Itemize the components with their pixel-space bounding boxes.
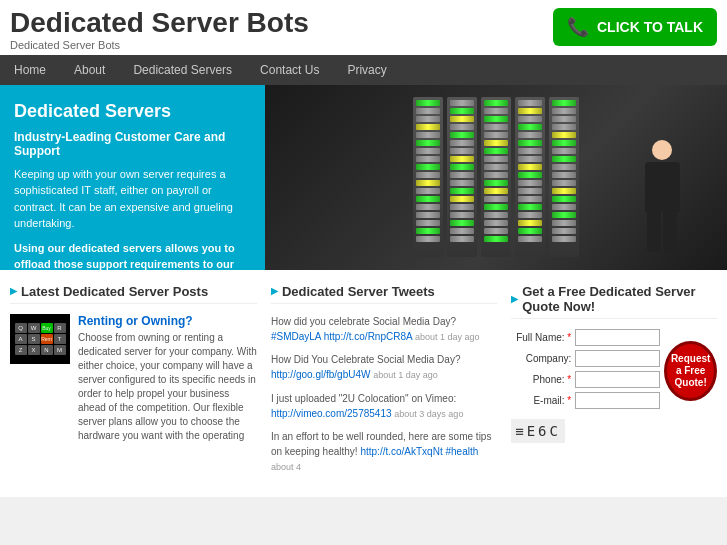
- hero-title: Dedicated Servers: [14, 101, 251, 122]
- key-s: S: [28, 334, 40, 344]
- fullname-row: Full Name: *: [511, 329, 660, 346]
- hero-subtitle: Industry-Leading Customer Care and Suppo…: [14, 130, 251, 158]
- key-z: Z: [15, 345, 27, 355]
- phone-required: *: [567, 374, 571, 385]
- click-to-talk-button[interactable]: 📞 CLICK TO TALK: [553, 8, 717, 46]
- phone-row: Phone: *: [511, 371, 660, 388]
- tweet-1-meta: about 1 day ago: [415, 332, 480, 342]
- post-thumbnail: Q W Buy R A S Rent T Z X N M: [10, 314, 70, 364]
- phone-label: Phone: *: [511, 374, 571, 385]
- tweet-3-meta: about 3 days ago: [394, 409, 463, 419]
- hero-body1: Keeping up with your own server requires…: [14, 166, 251, 232]
- rack-1: [413, 97, 443, 257]
- post-content: Renting or Owning? Choose from owning or…: [78, 314, 257, 443]
- key-t: T: [54, 334, 66, 344]
- key-r: R: [54, 323, 66, 333]
- cta-label: CLICK TO TALK: [597, 19, 703, 35]
- company-row: Company:: [511, 350, 660, 367]
- tweet-1-text: How did you celebrate Social Media Day?: [271, 316, 456, 327]
- hero-image-panel: [265, 85, 727, 270]
- tweet-2-text: How Did You Celebrate Social Media Day?: [271, 354, 461, 365]
- hero-section: Dedicated Servers Industry-Leading Custo…: [0, 85, 727, 270]
- quote-column: Get a Free Dedicated Server Quote Now! F…: [511, 284, 717, 483]
- server-image: [265, 85, 727, 270]
- tweet-2-link[interactable]: http://goo.gl/fb/gbU4W: [271, 369, 371, 380]
- key-n: N: [41, 345, 53, 355]
- request-quote-button[interactable]: Request a Free Quote!: [664, 341, 717, 401]
- hero-text-panel: Dedicated Servers Industry-Leading Custo…: [0, 85, 265, 270]
- main-nav: Home About Dedicated Servers Contact Us …: [0, 55, 727, 85]
- rack-5: [549, 97, 579, 257]
- company-label: Company:: [511, 353, 571, 364]
- tweet-3: I just uploaded "2U Colocation" on Vimeo…: [271, 391, 497, 422]
- tweet-4-link[interactable]: http://t.co/AkTxqNt: [360, 446, 442, 457]
- posts-column: Latest Dedicated Server Posts Q W Buy R …: [10, 284, 257, 483]
- tweet-1-link[interactable]: http://t.co/RnpCR8A: [324, 331, 412, 342]
- tweet-2: How Did You Celebrate Social Media Day? …: [271, 352, 497, 383]
- tweet-3-link[interactable]: http://vimeo.com/25785413: [271, 408, 392, 419]
- nav-dedicated-servers[interactable]: Dedicated Servers: [119, 55, 246, 85]
- site-header: Dedicated Server Bots Dedicated Server B…: [0, 0, 727, 55]
- captcha: ≡E6C: [511, 419, 565, 443]
- tweet-1-hashtag[interactable]: #SMDayLA: [271, 331, 321, 342]
- tweets-column: Dedicated Server Tweets How did you cele…: [271, 284, 497, 483]
- post-title[interactable]: Renting or Owning?: [78, 314, 257, 328]
- content-section: Latest Dedicated Server Posts Q W Buy R …: [0, 270, 727, 497]
- email-row: E-mail: *: [511, 392, 660, 409]
- tweet-3-text: I just uploaded "2U Colocation" on Vimeo…: [271, 393, 456, 404]
- site-title: Dedicated Server Bots: [10, 8, 309, 39]
- key-rent: Rent: [41, 334, 53, 344]
- tweet-4-meta: about 4: [271, 462, 301, 472]
- nav-home[interactable]: Home: [0, 55, 60, 85]
- quote-col-header: Get a Free Dedicated Server Quote Now!: [511, 284, 717, 319]
- tweets-title: Dedicated Server Tweets: [271, 284, 497, 304]
- key-m: M: [54, 345, 66, 355]
- post-item: Q W Buy R A S Rent T Z X N M Renting or …: [10, 314, 257, 443]
- phone-input[interactable]: [575, 371, 660, 388]
- quote-form-area: Full Name: * Company: Phone: * E-mail: *…: [511, 329, 717, 413]
- key-x: X: [28, 345, 40, 355]
- person-figure: [627, 140, 697, 270]
- posts-title: Latest Dedicated Server Posts: [10, 284, 257, 304]
- nav-contact[interactable]: Contact Us: [246, 55, 333, 85]
- tweet-4-hashtag[interactable]: #health: [445, 446, 478, 457]
- fullname-label: Full Name: *: [511, 332, 571, 343]
- email-label: E-mail: *: [511, 395, 571, 406]
- quote-title: Get a Free Dedicated Server Quote Now!: [522, 284, 717, 314]
- rack-2: [447, 97, 477, 257]
- key-a: A: [15, 334, 27, 344]
- keyboard-visual: Q W Buy R A S Rent T Z X N M: [15, 323, 66, 355]
- site-subtitle: Dedicated Server Bots: [10, 39, 309, 51]
- fullname-input[interactable]: [575, 329, 660, 346]
- rack-3: [481, 97, 511, 257]
- tweet-2-meta: about 1 day ago: [373, 370, 438, 380]
- company-input[interactable]: [575, 350, 660, 367]
- quote-form-fields: Full Name: * Company: Phone: * E-mail: *: [511, 329, 660, 413]
- phone-icon: 📞: [567, 16, 589, 38]
- nav-about[interactable]: About: [60, 55, 119, 85]
- tweet-1: How did you celebrate Social Media Day? …: [271, 314, 497, 345]
- key-q: Q: [15, 323, 27, 333]
- nav-privacy[interactable]: Privacy: [333, 55, 400, 85]
- email-required: *: [567, 395, 571, 406]
- hero-body2: Using our dedicated servers allows you t…: [14, 240, 251, 290]
- tweet-4: In an effort to be well rounded, here ar…: [271, 429, 497, 475]
- post-body: Choose from owning or renting a dedicate…: [78, 331, 257, 443]
- key-buy: Buy: [41, 323, 53, 333]
- server-racks: [403, 85, 589, 270]
- email-input[interactable]: [575, 392, 660, 409]
- key-w: W: [28, 323, 40, 333]
- fullname-required: *: [567, 332, 571, 343]
- rack-4: [515, 97, 545, 257]
